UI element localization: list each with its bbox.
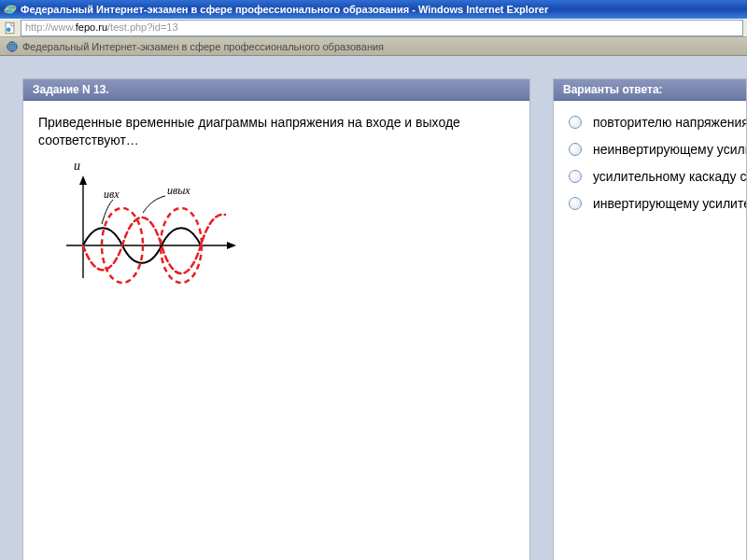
answer-option[interactable]: инвертирующему усилителю [569, 195, 731, 213]
url-prefix: http://www. [25, 21, 76, 33]
question-card-header: Задание N 13. [23, 79, 529, 101]
answer-label: неинвертирующему усилител [593, 141, 746, 159]
window-title: Федеральный Интернет-экзамен в сфере про… [21, 4, 548, 15]
page-icon [4, 21, 17, 35]
answer-label: повторителю напряжения на о [593, 114, 746, 132]
answer-option[interactable]: неинвертирующему усилител [569, 141, 731, 159]
svg-marker-8 [79, 175, 87, 185]
voltage-diagram: u [38, 157, 244, 297]
answers-list: повторителю напряжения на о неинвертирую… [569, 114, 731, 213]
answers-card-body: повторителю напряжения на о неинвертирую… [554, 101, 746, 560]
globe-icon [6, 40, 19, 53]
window-titlebar: Федеральный Интернет-экзамен в сфере про… [0, 0, 747, 19]
answer-option[interactable]: повторителю напряжения на о [569, 114, 731, 132]
radio-icon[interactable] [569, 143, 582, 156]
question-text: Приведенные временные диаграммы напряжен… [38, 114, 514, 149]
answers-card: Варианты ответа: повторителю напряжения … [553, 78, 747, 560]
page-body: Задание N 13. Приведенные временные диаг… [0, 56, 747, 560]
svg-marker-10 [227, 242, 236, 249]
question-card-body: Приведенные временные диаграммы напряжен… [23, 101, 529, 560]
url-suffix: /test.php?id=13 [107, 21, 178, 33]
answers-card-header: Варианты ответа: [554, 79, 746, 101]
radio-icon[interactable] [569, 170, 582, 183]
address-input[interactable]: http://www.fepo.ru/test.php?id=13 [21, 20, 743, 36]
diagram-output-label: uвых [167, 184, 190, 197]
answer-label: усилительному каскаду с общ [593, 168, 746, 186]
question-card: Задание N 13. Приведенные временные диаг… [22, 78, 530, 560]
ie-logo-icon [4, 3, 17, 16]
url-host: fepo.ru [76, 21, 107, 33]
radio-icon[interactable] [569, 197, 582, 210]
svg-point-3 [7, 28, 10, 32]
answer-option[interactable]: усилительному каскаду с общ [569, 168, 731, 186]
tab-header[interactable]: Федеральный Интернет-экзамен в сфере про… [0, 37, 747, 56]
diagram-y-label: u [74, 159, 80, 173]
diagram-input-label: uвх [104, 188, 120, 201]
output-wave [83, 214, 225, 273]
address-bar: http://www.fepo.ru/test.php?id=13 [0, 19, 747, 37]
answer-label: инвертирующему усилителю [593, 195, 746, 213]
tab-title: Федеральный Интернет-экзамен в сфере про… [22, 41, 384, 52]
radio-icon[interactable] [569, 116, 582, 129]
